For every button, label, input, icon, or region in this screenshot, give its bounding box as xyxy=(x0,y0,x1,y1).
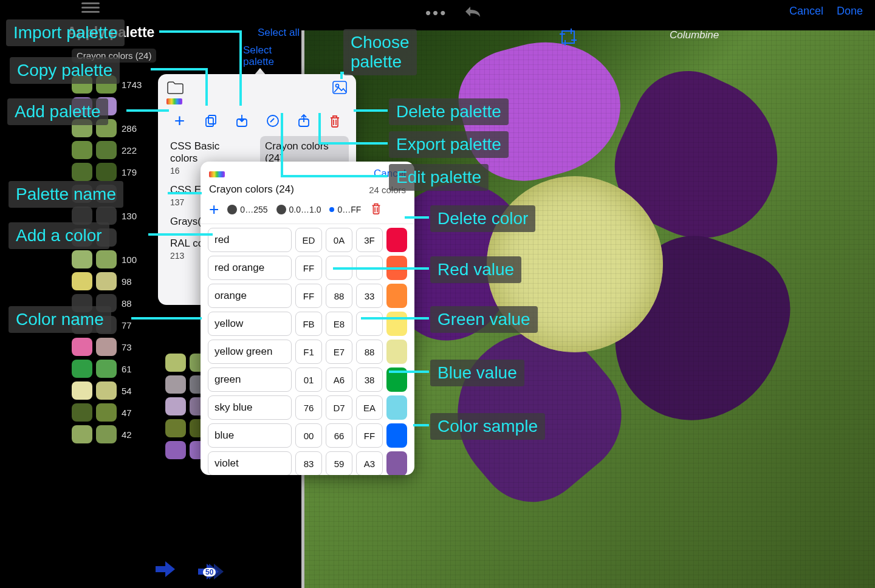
color-sample-swatch[interactable] xyxy=(386,451,407,475)
image-picker-icon[interactable] xyxy=(332,80,348,104)
swatch-row[interactable]: 98 xyxy=(72,272,157,290)
swatch-row[interactable]: 73 xyxy=(72,338,157,356)
blue-value-input[interactable] xyxy=(356,312,383,336)
undo-button[interactable] xyxy=(462,4,482,22)
color-name-input[interactable]: yellow xyxy=(208,312,292,336)
copy-palette-button[interactable] xyxy=(202,112,220,130)
blue-value-input[interactable]: 33 xyxy=(356,284,383,308)
red-value-input[interactable]: FF xyxy=(295,284,322,308)
color-row: violet8359A3 xyxy=(208,451,407,475)
swatch-row[interactable]: 222 xyxy=(72,141,157,159)
cancel-button[interactable]: Cancel xyxy=(789,5,823,18)
swatch-row[interactable]: 179 xyxy=(72,163,157,181)
multi-step-arrow-icon[interactable]: 50 xyxy=(198,562,227,581)
green-value-input[interactable]: E7 xyxy=(326,340,352,364)
color-row: yellow greenF1E788 xyxy=(208,340,407,364)
swatch[interactable] xyxy=(165,441,186,459)
legend-delete-color: Delete color xyxy=(430,205,535,232)
red-value-input[interactable]: FF xyxy=(295,256,322,280)
legend-add-palette: Add palette xyxy=(7,98,108,125)
color-sample-swatch[interactable] xyxy=(386,312,407,336)
green-value-input[interactable]: E8 xyxy=(326,312,352,336)
rainbow-icon xyxy=(209,171,225,177)
hamburger-menu-icon[interactable] xyxy=(81,2,100,13)
range-0-255[interactable]: 0…255 xyxy=(227,205,267,214)
legend-copy-palette: Copy palette xyxy=(10,57,120,84)
legend-blue-value: Blue value xyxy=(430,360,524,386)
multi-step-count: 50 xyxy=(203,568,216,576)
swatch[interactable] xyxy=(165,375,186,394)
color-name-input[interactable]: orange xyxy=(208,284,292,308)
blue-value-input[interactable]: FF xyxy=(356,423,383,448)
delete-palette-button[interactable] xyxy=(326,112,344,130)
swatch[interactable] xyxy=(165,397,186,415)
legend-delete-palette: Delete palette xyxy=(389,98,509,125)
range-0-1[interactable]: 0.0…1.0 xyxy=(276,205,321,214)
swatch[interactable] xyxy=(165,354,186,372)
blue-value-input[interactable]: A3 xyxy=(356,451,383,475)
color-sample-swatch[interactable] xyxy=(386,340,407,364)
swatch-row[interactable]: 100 xyxy=(72,250,157,268)
svg-rect-4 xyxy=(208,115,216,124)
legend-edit-palette: Edit palette xyxy=(389,164,489,191)
blue-value-input[interactable]: 38 xyxy=(356,368,383,392)
green-value-input[interactable]: 66 xyxy=(326,423,352,448)
legend-color-sample: Color sample xyxy=(430,413,545,440)
green-value-input[interactable]: A6 xyxy=(326,368,352,392)
swatch-row[interactable]: 42 xyxy=(72,425,157,443)
color-sample-swatch[interactable] xyxy=(386,395,407,420)
swatch-row[interactable]: 61 xyxy=(72,360,157,378)
red-value-input[interactable]: 76 xyxy=(295,395,322,420)
red-value-input[interactable]: 83 xyxy=(295,451,322,475)
red-value-input[interactable]: F1 xyxy=(295,340,322,364)
color-name-input[interactable]: yellow green xyxy=(208,340,292,364)
color-sample-swatch[interactable] xyxy=(386,228,407,252)
add-palette-button[interactable]: + xyxy=(171,112,189,130)
red-value-input[interactable]: ED xyxy=(295,228,322,252)
green-value-input[interactable]: 88 xyxy=(326,284,352,308)
palette-name-field[interactable]: Crayon colors (24) xyxy=(209,183,294,196)
color-sample-swatch[interactable] xyxy=(386,284,407,308)
color-name-input[interactable]: red orange xyxy=(208,256,292,280)
red-value-input[interactable]: 00 xyxy=(295,423,322,448)
legend-add-a-color: Add a color xyxy=(9,222,109,249)
color-name-input[interactable]: red xyxy=(208,228,292,252)
folder-icon[interactable] xyxy=(166,80,184,104)
color-name-input[interactable]: green xyxy=(208,368,292,392)
color-row: orangeFF8833 xyxy=(208,284,407,308)
step-arrow-icon[interactable] xyxy=(154,560,176,581)
delete-color-button[interactable] xyxy=(369,202,383,217)
more-icon[interactable]: ••• xyxy=(425,4,447,22)
import-palette-button[interactable] xyxy=(233,112,251,130)
color-sample-swatch[interactable] xyxy=(386,423,407,448)
blue-value-input[interactable]: 88 xyxy=(356,340,383,364)
done-button[interactable]: Done xyxy=(837,5,863,18)
green-value-input[interactable]: 0A xyxy=(326,228,352,252)
color-row: green01A638 xyxy=(208,368,407,392)
swatch-row[interactable]: 54 xyxy=(72,381,157,400)
blue-value-input[interactable]: EA xyxy=(356,395,383,420)
color-name-input[interactable]: blue xyxy=(208,423,292,448)
swatch[interactable] xyxy=(165,419,186,437)
legend-green-value: Green value xyxy=(430,306,538,333)
crop-icon[interactable] xyxy=(559,28,577,49)
blue-value-input[interactable]: 3F xyxy=(356,228,383,252)
add-color-button[interactable]: + xyxy=(209,202,219,217)
swatch-row[interactable]: 47 xyxy=(72,403,157,422)
export-palette-button[interactable] xyxy=(295,112,313,130)
red-value-input[interactable]: 01 xyxy=(295,368,322,392)
green-value-input[interactable]: 59 xyxy=(326,451,352,475)
green-value-input[interactable]: D7 xyxy=(326,395,352,420)
color-name-input[interactable]: violet xyxy=(208,451,292,475)
red-value-input[interactable]: FB xyxy=(295,312,322,336)
select-palette-button[interactable]: Select palette xyxy=(243,45,274,67)
edit-palette-button[interactable] xyxy=(264,112,282,130)
svg-point-2 xyxy=(336,84,339,87)
rainbow-icon xyxy=(166,98,182,104)
select-all-button[interactable]: Select all xyxy=(258,27,300,39)
color-row: sky blue76D7EA xyxy=(208,395,407,420)
color-row: redED0A3F xyxy=(208,228,407,252)
color-name-input[interactable]: sky blue xyxy=(208,395,292,420)
legend-color-name: Color name xyxy=(9,306,111,333)
range-0-ff[interactable]: 0…FF xyxy=(329,205,361,214)
